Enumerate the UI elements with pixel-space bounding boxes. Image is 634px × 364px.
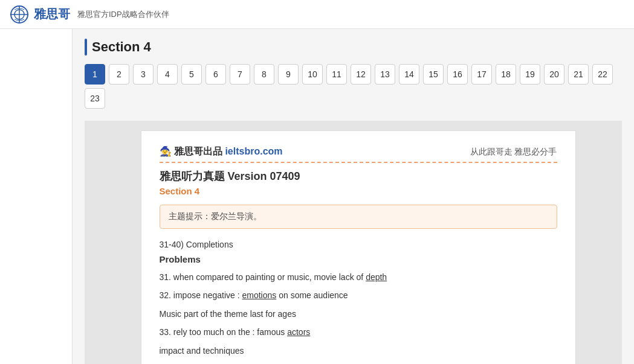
- question-34: impact and techniques: [160, 344, 557, 357]
- page-button-15[interactable]: 15: [423, 64, 444, 85]
- page-button-16[interactable]: 16: [447, 64, 468, 85]
- doc-brand-url: ieltsbro.com: [222, 146, 283, 156]
- section-heading: Section 4: [85, 39, 622, 56]
- doc-header: 🧙 雅思哥出品 ieltsbro.com 从此跟哥走 雅思必分手: [160, 145, 557, 158]
- page-button-10[interactable]: 10: [302, 64, 323, 85]
- logo-subtitle: 雅思官方IDP战略合作伙伴: [77, 9, 169, 20]
- question-32: 32. impose negative : emotions on some a…: [160, 289, 557, 302]
- page-button-22[interactable]: 22: [592, 64, 613, 85]
- page-button-4[interactable]: 4: [157, 64, 178, 85]
- sidebar: [0, 29, 73, 364]
- reading-area-background: 🧙 雅思哥出品 ieltsbro.com 从此跟哥走 雅思必分手 雅思听力真题 …: [85, 121, 622, 364]
- page-button-20[interactable]: 20: [544, 64, 564, 85]
- page-button-14[interactable]: 14: [399, 64, 419, 85]
- doc-tagline: 从此跟哥走 雅思必分手: [470, 147, 557, 158]
- page-button-18[interactable]: 18: [496, 64, 516, 85]
- topic-box: 主题提示：爱尔兰导演。: [160, 205, 557, 229]
- doc-title: 雅思听力真题 Version 07409: [160, 169, 557, 184]
- doc-divider: [160, 162, 557, 163]
- q33-text: 33. rely too much on the : famous: [160, 327, 285, 337]
- question-31: 31. when compared to painting or music, …: [160, 270, 557, 284]
- question-33: 33. rely too much on the : famous actors: [160, 325, 557, 339]
- page-button-19[interactable]: 19: [520, 64, 540, 85]
- page-button-12[interactable]: 12: [351, 64, 371, 85]
- page-button-23[interactable]: 23: [85, 88, 105, 109]
- logo-area: 雅思哥 雅思官方IDP战略合作伙伴: [10, 5, 169, 24]
- section-bar-decoration: [85, 39, 87, 56]
- page-button-2[interactable]: 2: [109, 64, 129, 85]
- questions-header: 31-40) Completions: [160, 240, 557, 249]
- doc-brand: 🧙 雅思哥出品 ieltsbro.com: [160, 145, 283, 158]
- page-button-5[interactable]: 5: [181, 64, 202, 85]
- q31-text: 31. when compared to painting or music, …: [160, 272, 364, 282]
- content-area: Section 4 123456789101112131415161718192…: [73, 29, 634, 364]
- pagination: 1234567891011121314151617181920212223: [85, 64, 622, 109]
- logo-icon: [10, 5, 29, 24]
- question-32-extra: Music part of the theme last for ages: [160, 307, 557, 321]
- page-button-7[interactable]: 7: [230, 64, 250, 85]
- q33-answer: actors: [287, 327, 310, 337]
- doc-brand-name: 雅思哥出品: [174, 146, 222, 156]
- topic-text: 主题提示：爱尔兰导演。: [169, 211, 262, 221]
- header: 雅思哥 雅思官方IDP战略合作伙伴: [0, 0, 634, 29]
- page-button-17[interactable]: 17: [471, 64, 492, 85]
- page-button-6[interactable]: 6: [205, 64, 226, 85]
- logo-title: 雅思哥: [34, 6, 70, 22]
- page-button-8[interactable]: 8: [254, 64, 274, 85]
- q32-answer: emotions: [242, 290, 276, 300]
- q34-text: impact and techniques: [160, 346, 244, 356]
- questions-range: 31-40) Completions: [160, 240, 233, 249]
- page-button-13[interactable]: 13: [375, 64, 395, 85]
- doc-brand-icon: 🧙: [160, 146, 174, 156]
- q32-text: 32. impose negative :: [160, 290, 240, 300]
- q32-rest: on some audience: [279, 290, 348, 300]
- main-layout: Section 4 123456789101112131415161718192…: [0, 29, 634, 364]
- q32-extra-text: Music part of the theme last for ages: [160, 309, 296, 319]
- document-container: 🧙 雅思哥出品 ieltsbro.com 从此跟哥走 雅思必分手 雅思听力真题 …: [141, 130, 576, 364]
- q31-answer: depth: [366, 272, 387, 282]
- page-button-1[interactable]: 1: [85, 64, 105, 85]
- doc-section-label: Section 4: [160, 186, 557, 196]
- page-button-9[interactable]: 9: [278, 64, 299, 85]
- section-title: Section 4: [92, 39, 151, 55]
- page-button-21[interactable]: 21: [568, 64, 589, 85]
- page-button-3[interactable]: 3: [133, 64, 154, 85]
- questions-subheader: Problems: [160, 254, 557, 264]
- page-button-11[interactable]: 11: [326, 64, 347, 85]
